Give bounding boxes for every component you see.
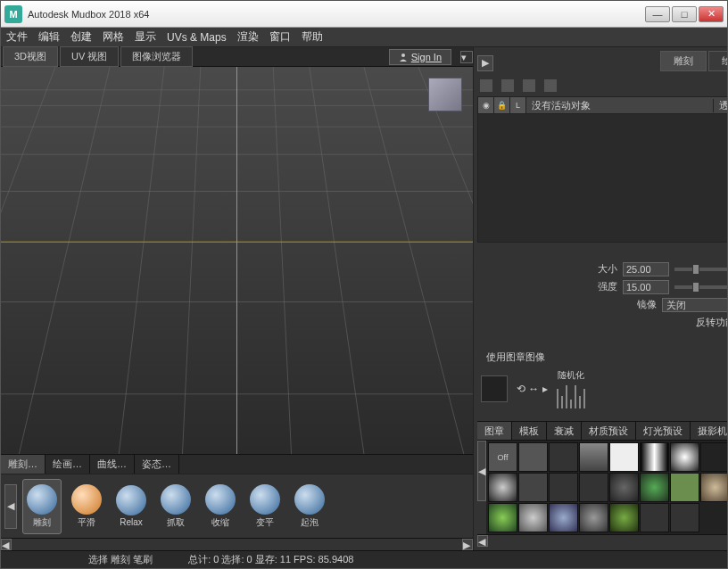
mirror-label: 镜像 bbox=[637, 298, 657, 311]
swatch-13[interactable] bbox=[670, 473, 699, 502]
signin-dropdown[interactable]: ▾ bbox=[460, 51, 473, 63]
svg-point-0 bbox=[401, 54, 405, 57]
tooltab-0[interactable]: 雕刻… bbox=[1, 455, 46, 474]
tool-起泡[interactable]: 起泡 bbox=[290, 479, 329, 534]
stamp-section: 使用图章图像 ⟲ ↔ ▸ 随机化 bbox=[477, 347, 728, 412]
close-button[interactable]: ✕ bbox=[699, 6, 724, 22]
swatch-14[interactable] bbox=[700, 473, 728, 502]
size-slider[interactable] bbox=[674, 268, 728, 271]
svg-line-14 bbox=[364, 67, 464, 454]
swatch-15[interactable] bbox=[488, 503, 517, 532]
viewcube[interactable] bbox=[428, 78, 462, 111]
tool-抓取[interactable]: 抓取 bbox=[156, 479, 195, 534]
window-title: Autodesk Mudbox 2018 x64 bbox=[28, 9, 645, 20]
viewtab-2[interactable]: 图像浏览器 bbox=[120, 46, 193, 67]
stamp-preview[interactable] bbox=[481, 375, 508, 402]
mirror-select[interactable]: 关闭 bbox=[662, 298, 728, 312]
maximize-button[interactable]: □ bbox=[672, 6, 697, 22]
brush-properties: 大小 强度 镜像关闭 反转功能 bbox=[477, 259, 728, 336]
menubar: 文件编辑创建网格显示UVs & Maps渲染窗口帮助 bbox=[1, 28, 727, 47]
new-layer-icon[interactable] bbox=[479, 78, 493, 93]
folder-icon[interactable] bbox=[500, 78, 515, 93]
menu-帮助[interactable]: 帮助 bbox=[302, 29, 323, 45]
stamp-transform-icons[interactable]: ⟲ ↔ ▸ bbox=[517, 383, 548, 395]
swatch-18[interactable] bbox=[579, 503, 608, 532]
menu-渲染[interactable]: 渲染 bbox=[237, 29, 259, 45]
tool-平滑[interactable]: 平滑 bbox=[67, 479, 106, 534]
tooltab-2[interactable]: 曲线… bbox=[90, 455, 135, 474]
stab-1[interactable]: 模板 bbox=[512, 422, 547, 440]
swatch-16[interactable] bbox=[518, 503, 548, 532]
signin-button[interactable]: Sign In bbox=[389, 49, 451, 65]
svg-line-9 bbox=[19, 67, 110, 454]
tooltab-3[interactable]: 姿态… bbox=[135, 455, 179, 474]
strength-label: 强度 bbox=[598, 280, 617, 293]
svg-line-10 bbox=[119, 67, 164, 454]
tool-scrollbar[interactable]: ◀▶ bbox=[1, 538, 473, 550]
swatch-scroll-left[interactable]: ◀ bbox=[477, 441, 486, 501]
tool-Relax[interactable]: Relax bbox=[112, 479, 151, 534]
menu-编辑[interactable]: 编辑 bbox=[38, 29, 60, 45]
minimize-button[interactable]: — bbox=[645, 6, 670, 22]
tool-scroll-left[interactable]: ◀ bbox=[4, 484, 17, 529]
strength-input[interactable] bbox=[623, 280, 669, 294]
swatch-8[interactable] bbox=[518, 473, 548, 502]
menu-文件[interactable]: 文件 bbox=[6, 29, 28, 45]
rtab-0[interactable]: 雕刻 bbox=[660, 51, 707, 71]
stab-3[interactable]: 材质预设 bbox=[582, 422, 636, 440]
status-stats: 总计: 0 选择: 0 显存: 11 FPS: 85.9408 bbox=[188, 553, 353, 566]
swatch-21[interactable] bbox=[670, 503, 699, 532]
size-label: 大小 bbox=[598, 262, 617, 276]
delete-icon[interactable] bbox=[522, 78, 536, 93]
swatch-off[interactable]: Off bbox=[488, 442, 517, 472]
swatch-0[interactable] bbox=[518, 442, 548, 472]
strength-slider[interactable] bbox=[674, 285, 728, 289]
swatch-17[interactable] bbox=[549, 503, 578, 532]
menu-网格[interactable]: 网格 bbox=[103, 29, 124, 45]
menu-创建[interactable]: 创建 bbox=[70, 29, 92, 45]
svg-line-15 bbox=[418, 67, 473, 454]
swatch-5[interactable] bbox=[670, 442, 699, 472]
stab-5[interactable]: 摄影机书签 bbox=[691, 422, 728, 440]
tool-收缩[interactable]: 收缩 bbox=[201, 479, 240, 534]
swatch-19[interactable] bbox=[609, 503, 639, 532]
swatch-scrollbar[interactable]: ◀▶ bbox=[477, 534, 728, 547]
stab-2[interactable]: 衰减 bbox=[547, 422, 582, 440]
menu-显示[interactable]: 显示 bbox=[135, 29, 156, 45]
menu-UVs & Maps[interactable]: UVs & Maps bbox=[167, 31, 227, 44]
layer-list[interactable] bbox=[477, 114, 728, 243]
status-hint: 选择 雕刻 笔刷 bbox=[88, 553, 153, 566]
merge-icon[interactable] bbox=[543, 78, 558, 93]
opacity-label: 透明度 bbox=[713, 99, 728, 112]
svg-line-12 bbox=[273, 67, 291, 454]
svg-line-11 bbox=[182, 67, 200, 454]
tool-变平[interactable]: 变平 bbox=[245, 479, 285, 534]
stab-4[interactable]: 灯光预设 bbox=[636, 422, 691, 440]
viewtab-1[interactable]: UV 视图 bbox=[60, 46, 119, 67]
swatch-20[interactable] bbox=[640, 503, 669, 532]
stab-0[interactable]: 图章 bbox=[477, 422, 512, 440]
tool-雕刻[interactable]: 雕刻 bbox=[22, 479, 62, 534]
3d-viewport[interactable] bbox=[1, 67, 473, 454]
stamp-grid: Off bbox=[486, 441, 728, 534]
swatch-9[interactable] bbox=[549, 473, 578, 502]
menu-窗口[interactable]: 窗口 bbox=[269, 29, 291, 45]
swatch-4[interactable] bbox=[640, 442, 669, 472]
size-input[interactable] bbox=[623, 262, 669, 276]
swatch-2[interactable] bbox=[579, 442, 608, 472]
randomize-label: 随机化 bbox=[558, 369, 584, 382]
swatch-12[interactable] bbox=[640, 473, 669, 502]
rtab-1[interactable]: 绘画 bbox=[708, 51, 728, 71]
swatch-11[interactable] bbox=[609, 473, 639, 502]
lock-icon[interactable]: 🔒 bbox=[494, 97, 510, 113]
swatch-1[interactable] bbox=[549, 442, 578, 472]
eye-icon[interactable]: ◉ bbox=[478, 97, 494, 113]
tooltab-1[interactable]: 绘画… bbox=[46, 455, 90, 474]
use-stamp-label: 使用图章图像 bbox=[486, 350, 545, 364]
swatch-6[interactable] bbox=[700, 442, 728, 472]
swatch-3[interactable] bbox=[609, 442, 639, 472]
swatch-7[interactable] bbox=[488, 473, 517, 502]
panel-collapse[interactable]: ▶ bbox=[477, 55, 493, 71]
swatch-10[interactable] bbox=[579, 473, 608, 502]
viewtab-0[interactable]: 3D视图 bbox=[3, 46, 58, 67]
